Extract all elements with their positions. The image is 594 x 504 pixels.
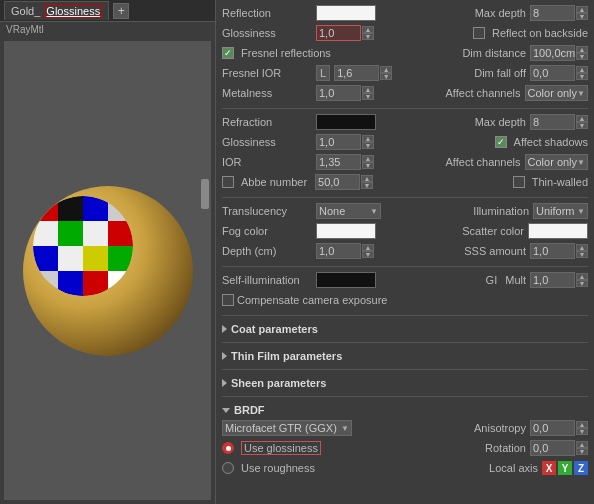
spin-down[interactable]: ▼ [576,280,588,287]
ior-affect-channels-dropdown[interactable]: Color only ▼ [525,154,588,170]
spin-down[interactable]: ▼ [576,53,588,60]
fresnel-checkbox[interactable] [222,47,234,59]
rotation-spin[interactable]: ▲ ▼ [576,441,588,455]
depth-spin[interactable]: ▲ ▼ [362,244,374,258]
spin-up[interactable]: ▲ [576,273,588,280]
glossiness-value[interactable]: 1,0 [316,25,361,41]
scatter-color-swatch[interactable] [528,223,588,239]
dim-distance-field: 100,0cm ▲ ▼ [530,45,588,61]
dim-distance-value[interactable]: 100,0cm [530,45,575,61]
dim-falloff-value[interactable]: 0,0 [530,65,575,81]
z-button[interactable]: Z [574,461,588,475]
material-tab[interactable]: Gold_Glossiness [4,1,109,20]
thin-walled-label: Thin-walled [532,176,588,188]
refraction-section: Refraction Max depth 8 ▲ ▼ Glossiness 1,… [222,113,588,191]
fresnel-left: Fresnel reflections [222,47,331,59]
sheen-header[interactable]: Sheen parameters [222,374,588,392]
self-illum-swatch[interactable] [316,272,376,288]
abbe-value[interactable]: 50,0 [315,174,360,190]
depth-field: 1,0 ▲ ▼ [316,243,374,259]
y-button[interactable]: Y [558,461,572,475]
spin-down[interactable]: ▼ [361,182,373,189]
reflect-backside-checkbox[interactable] [473,27,485,39]
spin-down[interactable]: ▼ [576,251,588,258]
spin-up[interactable]: ▲ [362,86,374,93]
compensate-checkbox[interactable] [222,294,234,306]
refraction-max-depth-value[interactable]: 8 [530,114,575,130]
fresnel-ior-value[interactable]: 1,6 [334,65,379,81]
reflection-swatch[interactable] [316,5,376,21]
microfacet-dropdown[interactable]: Microfacet GTR (GGX) ▼ [222,420,352,436]
spin-down[interactable]: ▼ [362,162,374,169]
thin-walled-checkbox[interactable] [513,176,525,188]
fog-color-label: Fog color [222,225,312,237]
dim-falloff-spin[interactable]: ▲ ▼ [576,66,588,80]
spin-up[interactable]: ▲ [361,175,373,182]
spin-down[interactable]: ▼ [362,251,374,258]
use-glossiness-label: Use glossiness [241,441,321,455]
ior-spin[interactable]: ▲ ▼ [362,155,374,169]
sss-amount-spin[interactable]: ▲ ▼ [576,244,588,258]
glossiness-label: Glossiness [222,27,312,39]
spin-up[interactable]: ▲ [576,6,588,13]
spin-down[interactable]: ▼ [576,428,588,435]
translucency-dropdown[interactable]: None ▼ [316,203,381,219]
illumination-dropdown[interactable]: Uniform ▼ [533,203,588,219]
spin-up[interactable]: ▲ [576,115,588,122]
spin-down[interactable]: ▼ [362,93,374,100]
refraction-glossiness-spin[interactable]: ▲ ▼ [362,135,374,149]
brdf-section: BRDF Microfacet GTR (GGX) ▼ Anisotropy 0… [222,401,588,477]
max-depth-spin[interactable]: ▲ ▼ [576,6,588,20]
spin-down[interactable]: ▼ [362,33,374,40]
refraction-glossiness-value[interactable]: 1,0 [316,134,361,150]
spin-up[interactable]: ▲ [362,135,374,142]
sss-amount-value[interactable]: 1,0 [530,243,575,259]
spin-up[interactable]: ▲ [576,66,588,73]
spin-down[interactable]: ▼ [576,13,588,20]
mult-spin[interactable]: ▲ ▼ [576,273,588,287]
spin-up[interactable]: ▲ [576,46,588,53]
abbe-spin[interactable]: ▲ ▼ [361,175,373,189]
fog-color-swatch[interactable] [316,223,376,239]
spin-up[interactable]: ▲ [576,421,588,428]
spin-up[interactable]: ▲ [362,26,374,33]
scroll-indicator[interactable] [201,179,209,209]
abbe-checkbox[interactable] [222,176,234,188]
affect-channels-dropdown[interactable]: Color only ▼ [525,85,588,101]
spin-down[interactable]: ▼ [362,142,374,149]
spin-down[interactable]: ▼ [576,122,588,129]
spin-up[interactable]: ▲ [576,441,588,448]
metalness-spin[interactable]: ▲ ▼ [362,86,374,100]
depth-value[interactable]: 1,0 [316,243,361,259]
use-roughness-radio[interactable] [222,462,234,474]
max-depth-value[interactable]: 8 [530,5,575,21]
spin-up[interactable]: ▲ [576,244,588,251]
refraction-swatch[interactable] [316,114,376,130]
glossiness-spin[interactable]: ▲ ▼ [362,26,374,40]
separator-7 [222,396,588,397]
spin-up[interactable]: ▲ [362,244,374,251]
rotation-value[interactable]: 0,0 [530,440,575,456]
material-subtitle: VRayMtl [0,22,215,37]
spin-down[interactable]: ▼ [380,73,392,80]
spin-down[interactable]: ▼ [576,448,588,455]
refraction-max-depth-spin[interactable]: ▲ ▼ [576,115,588,129]
spin-down[interactable]: ▼ [576,73,588,80]
spin-up[interactable]: ▲ [380,66,392,73]
dim-distance-spin[interactable]: ▲ ▼ [576,46,588,60]
fresnel-ior-spin[interactable]: ▲ ▼ [380,66,392,80]
ior-value[interactable]: 1,35 [316,154,361,170]
mult-value[interactable]: 1,0 [530,272,575,288]
brdf-header[interactable]: BRDF [222,401,588,419]
affect-shadows-checkbox[interactable] [495,136,507,148]
coat-header[interactable]: Coat parameters [222,320,588,338]
depth-right: SSS amount 1,0 ▲ ▼ [464,243,588,259]
add-tab-button[interactable]: + [113,3,129,19]
anisotropy-value[interactable]: 0,0 [530,420,575,436]
spin-up[interactable]: ▲ [362,155,374,162]
metalness-value[interactable]: 1,0 [316,85,361,101]
thin-film-header[interactable]: Thin Film parameters [222,347,588,365]
anisotropy-spin[interactable]: ▲ ▼ [576,421,588,435]
x-button[interactable]: X [542,461,556,475]
use-glossiness-radio[interactable] [222,442,234,454]
